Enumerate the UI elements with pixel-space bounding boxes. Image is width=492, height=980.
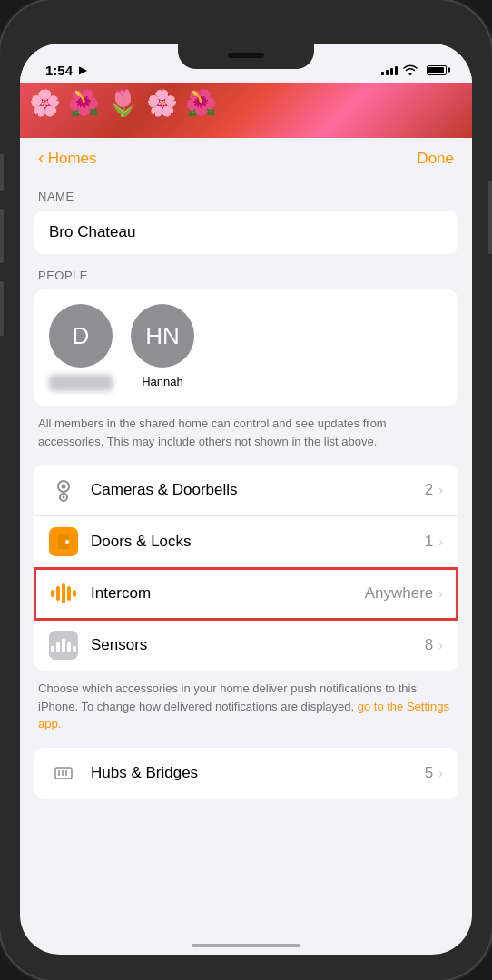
cameras-icon <box>49 475 78 505</box>
doors-chevron-icon: › <box>438 534 443 549</box>
notch <box>178 44 314 69</box>
hubs-svg-icon <box>51 760 76 786</box>
navigation-bar: ‹ Homes Done <box>20 138 472 175</box>
back-chevron-icon: ‹ <box>38 147 44 168</box>
phone-frame: 1:54 ▶ <box>0 0 492 980</box>
doors-locks-label: Doors & Locks <box>91 533 425 551</box>
avatar-hn: HN <box>131 304 194 368</box>
settings-list: Cameras & Doorbells 2 › Doors & Locks 1 … <box>34 465 458 671</box>
people-description: All members in the shared home can contr… <box>20 406 472 450</box>
intercom-label: Intercom <box>91 584 365 603</box>
status-time: 1:54 ▶ <box>45 63 86 78</box>
cameras-doorbells-value: 2 <box>425 481 433 499</box>
intercom-icon <box>49 579 78 608</box>
volume-up-button[interactable] <box>0 209 4 263</box>
notification-description: Choose which accessories in your home de… <box>20 671 472 733</box>
wifi-icon <box>403 64 418 75</box>
person-2-name: Hannah <box>142 375 183 388</box>
person-2: HN Hannah <box>131 304 194 388</box>
location-icon: ▶ <box>79 64 86 76</box>
cameras-doorbells-item[interactable]: Cameras & Doorbells 2 › <box>34 465 458 516</box>
cameras-chevron-icon: › <box>438 483 443 497</box>
battery-icon <box>427 65 447 75</box>
sensors-item[interactable]: Sensors 8 › <box>34 620 458 671</box>
sensors-chevron-icon: › <box>438 638 443 652</box>
time-display: 1:54 <box>45 63 73 78</box>
sensors-icon <box>49 631 78 660</box>
mute-button[interactable] <box>0 154 4 191</box>
hubs-bridges-value: 5 <box>425 764 433 782</box>
power-button[interactable] <box>488 181 492 254</box>
cameras-doorbells-label: Cameras & Doorbells <box>91 481 425 499</box>
sensors-label: Sensors <box>91 636 425 654</box>
hubs-chevron-icon: › <box>438 766 443 780</box>
signal-icon <box>381 64 398 75</box>
intercom-chevron-icon: › <box>438 586 443 601</box>
phone-screen: 1:54 ▶ <box>20 44 472 955</box>
svg-point-1 <box>62 485 66 489</box>
svg-point-3 <box>63 496 65 499</box>
hubs-bridges-item[interactable]: Hubs & Bridges 5 › <box>34 748 458 799</box>
intercom-item[interactable]: Intercom Anywhere › <box>34 568 458 620</box>
doors-svg-icon <box>51 529 76 554</box>
intercom-value: Anywhere <box>365 584 434 603</box>
back-label: Homes <box>48 150 97 168</box>
svg-point-6 <box>65 540 69 544</box>
hubs-icon <box>49 759 78 788</box>
sensors-value: 8 <box>425 636 433 654</box>
svg-rect-7 <box>55 768 72 779</box>
back-button[interactable]: ‹ Homes <box>38 149 97 168</box>
doors-icon <box>49 527 78 556</box>
doors-locks-value: 1 <box>425 533 433 551</box>
people-card: D HN Hannah <box>34 289 458 406</box>
person-1: D <box>49 304 113 391</box>
person-1-name-blurred <box>49 375 113 391</box>
hubs-bridges-label: Hubs & Bridges <box>91 764 425 782</box>
cameras-svg-icon <box>51 477 76 503</box>
home-indicator <box>192 944 300 947</box>
floral-background <box>20 83 472 138</box>
people-section-label: PEOPLE <box>38 269 454 282</box>
volume-down-button[interactable] <box>0 281 4 336</box>
avatar-d: D <box>49 304 113 368</box>
doors-locks-item[interactable]: Doors & Locks 1 › <box>34 516 458 568</box>
done-button[interactable]: Done <box>417 150 454 168</box>
status-icons <box>381 64 447 75</box>
hubs-bridges-section: Hubs & Bridges 5 › <box>34 748 458 799</box>
name-input[interactable] <box>34 211 458 254</box>
name-section-label: NAME <box>38 190 454 203</box>
